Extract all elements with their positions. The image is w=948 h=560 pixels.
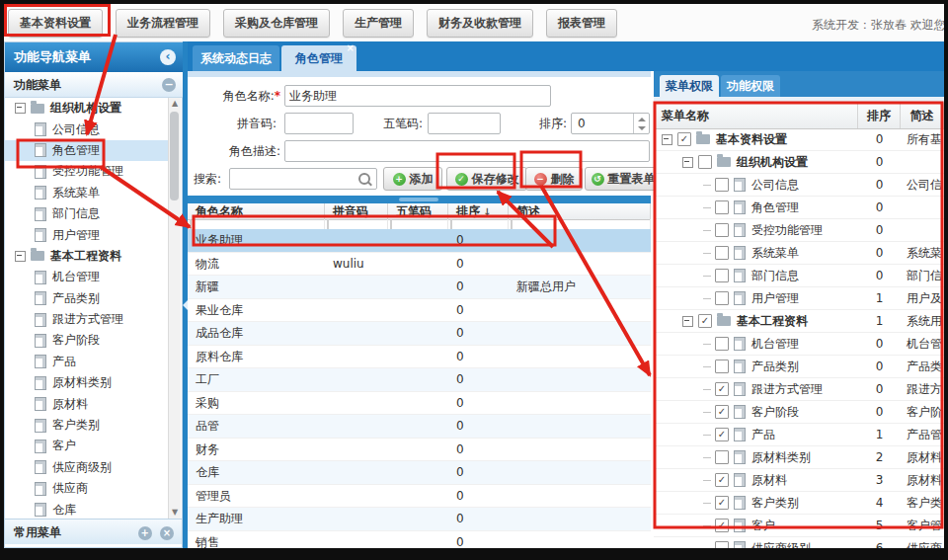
menu-button-5[interactable]: 财务及收款管理 [427, 9, 533, 38]
permission-column-2[interactable]: 排序 [858, 103, 901, 128]
checkbox-unchecked-icon[interactable] [715, 223, 729, 237]
checkbox-checked-icon[interactable]: ✓ [715, 382, 729, 396]
table-row[interactable]: 仓库0 [188, 461, 651, 485]
sidebar-item[interactable]: 原材料类别 [5, 372, 171, 393]
column-header-2[interactable]: 拼音码 [325, 203, 388, 219]
collapse-section-icon[interactable]: − [162, 78, 176, 92]
sidebar-item[interactable]: 机台管理 [5, 267, 171, 287]
permission-row[interactable]: 用户管理1用户及 [654, 287, 944, 310]
sidebar-footer[interactable]: 常用菜单 + × [5, 519, 182, 544]
table-row[interactable]: 工厂0 [188, 368, 651, 392]
collapse-sidebar-icon[interactable]: ‹ [160, 49, 176, 65]
sidebar-item[interactable]: 原材料 [5, 393, 171, 414]
checkbox-unchecked-icon[interactable] [715, 269, 729, 282]
column-header-4[interactable]: 排序↓ [448, 203, 509, 219]
horizontal-splitter[interactable] [188, 196, 651, 203]
sidebar-item[interactable]: 基本工程资料 [5, 246, 171, 267]
menu-button-3[interactable]: 采购及仓库管理 [223, 9, 330, 38]
add-favorite-icon[interactable]: + [138, 526, 152, 540]
permission-row[interactable]: 组织机构设置0 [654, 151, 944, 174]
tab-系统动态日志[interactable]: 系统动态日志 [193, 45, 279, 71]
permission-row[interactable]: ✓原材料3原材料 [654, 469, 944, 492]
sidebar-scrollbar[interactable]: ▲ ▼ [168, 98, 181, 519]
scroll-down-icon[interactable]: ▼ [169, 507, 181, 519]
permission-row[interactable]: 角色管理0 [654, 197, 944, 219]
permission-column-1[interactable]: 菜单名称 [654, 103, 858, 128]
spinner-down-icon[interactable] [638, 126, 646, 130]
permission-row[interactable]: 供应商级别6供应商 [654, 537, 944, 548]
sidebar-item[interactable]: 产品 [5, 352, 171, 372]
tab-close-icon[interactable]: × [347, 43, 355, 53]
sidebar-item[interactable]: 仓库 [5, 499, 171, 519]
permission-row[interactable]: 系统菜单0系统菜 [654, 242, 944, 265]
table-row[interactable]: 采购0 [188, 392, 651, 416]
sidebar-item[interactable]: 部门信息 [5, 203, 171, 224]
expander-icon[interactable] [662, 134, 672, 145]
permission-row[interactable]: ✓基本资料设置0所有基 [654, 128, 944, 151]
sidebar-item[interactable]: 客户类别 [5, 415, 171, 436]
checkbox-unchecked-icon[interactable] [715, 291, 729, 305]
tab-菜单权限[interactable]: 菜单权限 [660, 75, 719, 97]
permission-column-3[interactable]: 简述 [901, 103, 944, 128]
sidebar-item[interactable]: 受控功能管理 [5, 161, 171, 182]
checkbox-unchecked-icon[interactable] [698, 155, 712, 169]
column-header-5[interactable]: 简述 [509, 203, 651, 219]
table-row[interactable]: 果业仓库0 [188, 299, 651, 323]
tab-角色管理[interactable]: 角色管理× [281, 45, 356, 71]
sidebar-item[interactable]: 公司信息 [5, 119, 171, 139]
sidebar-item[interactable]: 产品类别 [5, 288, 171, 309]
sidebar-item[interactable]: 客户阶段 [5, 330, 171, 351]
expander-icon[interactable] [15, 251, 26, 262]
permission-row[interactable]: ✓跟进方式管理0跟进方 [654, 378, 944, 401]
checkbox-checked-icon[interactable]: ✓ [715, 519, 729, 532]
checkbox-checked-icon[interactable]: ✓ [715, 428, 729, 441]
checkbox-unchecked-icon[interactable] [715, 200, 729, 214]
permission-row[interactable]: ✓客户类别4客户类 [654, 492, 944, 515]
reset-button[interactable]: ↺重置表单 [585, 167, 662, 191]
table-row[interactable]: 销售0 [188, 531, 651, 549]
menu-button-6[interactable]: 报表管理 [546, 9, 617, 38]
delete-button[interactable]: −删除 [525, 167, 583, 191]
table-row[interactable]: 管理员0 [188, 485, 651, 509]
table-row[interactable]: 生产助理0 [188, 508, 651, 531]
permission-row[interactable]: 机台管理0机台管 [654, 333, 944, 356]
add-button[interactable]: +添加 [383, 167, 442, 191]
table-row[interactable]: 成品仓库0 [188, 322, 651, 346]
sidebar-item[interactable]: 客户 [5, 436, 171, 456]
permission-row[interactable]: ✓基本工程资料1系统用 [654, 310, 944, 333]
checkbox-unchecked-icon[interactable] [715, 360, 729, 373]
column-header-1[interactable]: 角色名称 [188, 203, 325, 219]
sort-spinner[interactable]: 0 [571, 113, 650, 134]
tab-功能权限[interactable]: 功能权限 [721, 75, 780, 97]
expander-icon[interactable] [682, 157, 693, 168]
checkbox-checked-icon[interactable]: ✓ [715, 405, 729, 419]
sidebar-item[interactable]: 角色管理 [5, 140, 171, 161]
permission-row[interactable]: 原材料类别2原材料 [654, 446, 944, 469]
table-row[interactable]: 业务助理0 [188, 229, 651, 253]
checkbox-unchecked-icon[interactable] [715, 246, 729, 260]
menu-button-1[interactable]: 基本资料设置 [8, 9, 103, 38]
menu-button-2[interactable]: 业务流程管理 [116, 9, 210, 38]
sidebar-item[interactable]: 用户管理 [5, 224, 171, 245]
permission-row[interactable]: ✓客户阶段0客户阶 [654, 401, 944, 424]
permission-row[interactable]: ✓客户5客户管 [654, 515, 944, 537]
wubi-input[interactable] [428, 113, 501, 134]
scroll-up-icon[interactable]: ▲ [169, 98, 181, 110]
clear-favorite-icon[interactable]: × [160, 526, 174, 540]
sidebar-section-header[interactable]: 功能菜单 − [5, 72, 184, 98]
column-header-3[interactable]: 五笔码 [388, 203, 448, 219]
scrollbar-thumb[interactable] [170, 112, 179, 200]
table-row[interactable]: 物流wuliu0 [188, 253, 651, 277]
spinner-up-icon[interactable] [638, 118, 646, 121]
checkbox-checked-icon[interactable]: ✓ [715, 496, 729, 510]
permission-row[interactable]: ✓产品1产品管 [654, 424, 944, 446]
expander-icon[interactable] [15, 103, 26, 114]
permission-row[interactable]: 受控功能管理0 [654, 219, 944, 242]
table-row[interactable]: 品管0 [188, 415, 651, 439]
checkbox-checked-icon[interactable]: ✓ [677, 132, 691, 146]
sidebar-item[interactable]: 组织机构设置 [5, 98, 171, 119]
checkbox-unchecked-icon[interactable] [715, 337, 729, 351]
permission-row[interactable]: 公司信息0公司信 [654, 174, 944, 197]
splitter-handle[interactable] [399, 198, 438, 201]
role-name-input[interactable] [284, 85, 551, 107]
